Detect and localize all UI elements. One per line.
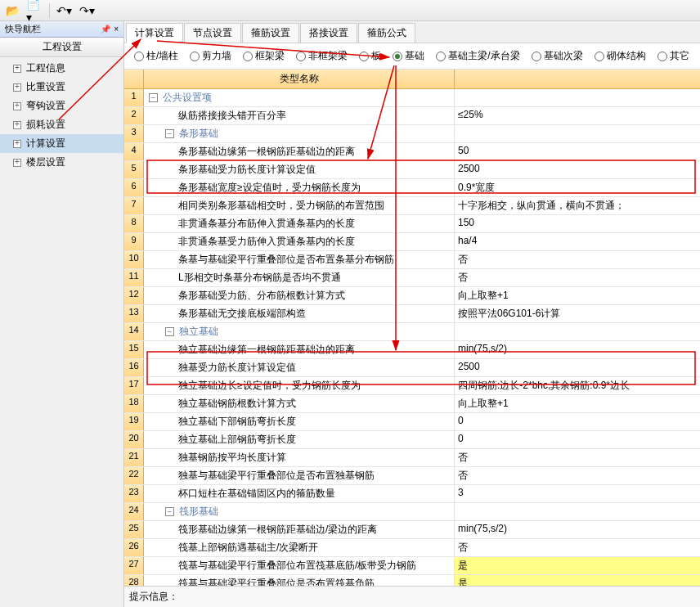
cell-value[interactable]: 是 [455,575,700,586]
cell-value[interactable]: 向上取整+1 [455,395,700,412]
cell-value[interactable]: 3 [455,485,700,502]
cell-value[interactable]: 2500 [455,359,700,376]
close-icon[interactable]: × [114,25,119,34]
grid-row-17[interactable]: 17独立基础边长≥设定值时，受力钢筋长度为四周钢筋:边长-2*bhc,其余钢筋:… [124,377,700,395]
sidebar-item-5[interactable]: 楼层设置 [0,153,123,172]
grid-row-13[interactable]: 13条形基础无交接底板端部构造按照平法06G101-6计算 [124,305,700,323]
radio-3[interactable]: 非框架梁 [296,49,348,63]
tab-4[interactable]: 箍筋公式 [358,23,415,43]
expand-icon[interactable]: − [165,327,174,336]
tab-2[interactable]: 箍筋设置 [242,23,299,43]
sidebar-item-1[interactable]: 比重设置 [0,78,123,97]
cell-value[interactable]: 否 [455,449,700,466]
grid-row-14[interactable]: 14−独立基础 [124,323,700,341]
grid-row-15[interactable]: 15独立基础边缘第一根钢筋距基础边的距离min(75,s/2) [124,341,700,359]
folder-open-icon[interactable]: 📂 [3,2,21,19]
grid-row-27[interactable]: 27筏基与基础梁平行重叠部位布置筏基底筋/板带受力钢筋是 [124,557,700,575]
grid-row-11[interactable]: 11L形相交时条基分布钢筋是否均不贯通否 [124,269,700,287]
radio-8[interactable]: 砌体结构 [595,49,646,63]
grid-row-21[interactable]: 21独基钢筋按平均长度计算否 [124,449,700,467]
grid-row-1[interactable]: 1−公共设置项 [124,89,700,107]
grid-row-16[interactable]: 16独基受力筋长度计算设定值2500 [124,359,700,377]
cell-value[interactable]: min(75,s/2) [455,521,700,538]
radio-5[interactable]: 基础 [393,49,424,63]
grid-row-6[interactable]: 6条形基础宽度≥设定值时，受力钢筋长度为0.9*宽度 [124,179,700,197]
sidebar-item-4[interactable]: 计算设置 [0,134,123,153]
expand-icon[interactable]: − [165,129,174,138]
grid-row-12[interactable]: 12条形基础受力筋、分布筋根数计算方式向上取整+1 [124,287,700,305]
tab-1[interactable]: 节点设置 [184,23,241,43]
grid-row-7[interactable]: 7相同类别条形基础相交时，受力钢筋的布置范围十字形相交，纵向贯通，横向不贯通； [124,197,700,215]
grid-row-8[interactable]: 8非贯通条基分布筋伸入贯通条基内的长度150 [124,215,700,233]
radio-2[interactable]: 框架梁 [243,49,285,63]
cell-value[interactable] [455,125,700,142]
cell-name: 非贯通条基分布筋伸入贯通条基内的长度 [144,215,455,232]
cell-value[interactable] [455,323,700,340]
expand-icon[interactable]: − [149,93,158,102]
cell-value[interactable]: 否 [455,539,700,556]
radio-6[interactable]: 基础主梁/承台梁 [436,49,519,63]
radio-7[interactable]: 基础次梁 [532,49,583,63]
row-name: 筏形基础 [179,505,218,519]
grid-row-28[interactable]: 28筏基与基础梁平行重叠部位是否布置筏基负筋是 [124,575,700,586]
cell-value[interactable]: 50 [455,143,700,160]
sidebar-item-0[interactable]: 工程信息 [0,59,123,78]
pin-icon[interactable]: 📌 [101,25,110,34]
cell-value[interactable]: 0.9*宽度 [455,179,700,196]
grid-row-23[interactable]: 23杯口短柱在基础锚固区内的箍筋数量3 [124,485,700,503]
cell-value[interactable]: 按照平法06G101-6计算 [455,305,700,322]
cell-value[interactable]: 0 [455,431,700,448]
radio-4[interactable]: 板 [359,49,381,63]
row-number: 7 [124,197,144,214]
cell-value[interactable]: min(75,s/2) [455,341,700,358]
grid-row-19[interactable]: 19独立基础下部钢筋弯折长度0 [124,413,700,431]
radio-9[interactable]: 其它 [657,49,689,63]
grid-row-5[interactable]: 5条形基础受力筋长度计算设定值2500 [124,161,700,179]
row-name: 筏基与基础梁平行重叠部位是否布置筏基负筋 [178,577,375,586]
cell-value[interactable]: ≤25% [455,107,700,124]
grid-row-3[interactable]: 3−条形基础 [124,125,700,143]
tab-0[interactable]: 计算设置 [126,23,183,43]
radio-label: 其它 [670,49,689,63]
cell-value[interactable] [455,89,700,106]
grid-row-20[interactable]: 20独立基础上部钢筋弯折长度0 [124,431,700,449]
grid-row-4[interactable]: 4条形基础边缘第一根钢筋距基础边的距离50 [124,143,700,161]
cell-value[interactable]: 150 [455,215,700,232]
row-name: 条形基础受力筋长度计算设定值 [178,163,316,177]
cell-value[interactable]: 向上取整+1 [455,287,700,304]
undo-icon[interactable]: ↶▾ [55,2,73,19]
radio-0[interactable]: 柱/墙柱 [134,49,178,63]
sidebar-item-2[interactable]: 弯钩设置 [0,97,123,115]
row-name: 独立基础上部钢筋弯折长度 [178,433,296,447]
row-number: 22 [124,467,144,484]
cell-value[interactable]: 十字形相交，纵向贯通，横向不贯通； [455,197,700,214]
sidebar-item-3[interactable]: 损耗设置 [0,115,123,134]
cell-value[interactable]: 0 [455,413,700,430]
radio-icon [134,52,144,61]
grid-row-2[interactable]: 2纵筋搭接接头错开百分率≤25% [124,107,700,125]
grid-row-25[interactable]: 25筏形基础边缘第一根钢筋距基础边/梁边的距离min(75,s/2) [124,521,700,539]
cell-value[interactable]: 否 [455,269,700,286]
cell-value[interactable]: ha/4 [455,233,700,250]
cell-value[interactable]: 是 [455,557,700,574]
grid-row-18[interactable]: 18独立基础钢筋根数计算方式向上取整+1 [124,395,700,413]
grid-row-22[interactable]: 22独基与基础梁平行重叠部位是否布置独基钢筋否 [124,467,700,485]
row-number: 25 [124,521,144,538]
grid-row-10[interactable]: 10条基与基础梁平行重叠部位是否布置条基分布钢筋否 [124,251,700,269]
row-name: 公共设置项 [163,91,212,105]
new-file-icon[interactable]: 📄▾ [26,2,44,19]
radio-icon [595,52,604,61]
radio-1[interactable]: 剪力墙 [190,49,231,63]
expand-icon[interactable]: − [165,507,174,516]
redo-icon[interactable]: ↷▾ [78,2,96,19]
cell-value[interactable]: 否 [455,251,700,268]
grid-row-9[interactable]: 9非贯通条基受力筋伸入贯通条基内的长度ha/4 [124,233,700,251]
cell-value[interactable]: 四周钢筋:边长-2*bhc,其余钢筋:0.9*边长 [455,377,700,394]
tab-3[interactable]: 搭接设置 [300,23,357,43]
grid-row-26[interactable]: 26筏基上部钢筋遇基础主/次梁断开否 [124,539,700,557]
grid-row-24[interactable]: 24−筏形基础 [124,503,700,521]
cell-value[interactable]: 2500 [455,161,700,178]
cell-value[interactable] [455,503,700,520]
status-footer: 提示信息： [124,586,700,607]
cell-value[interactable]: 否 [455,467,700,484]
